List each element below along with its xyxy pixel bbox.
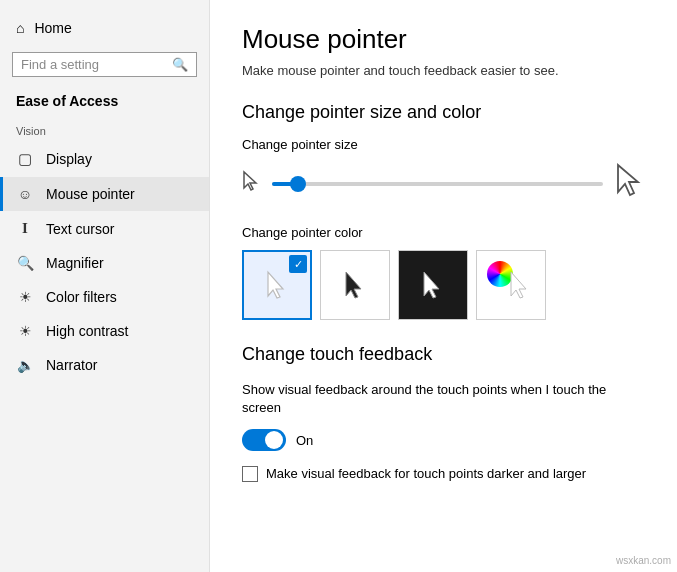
sidebar-item-label: High contrast xyxy=(46,323,128,339)
pointer-size-label: Change pointer size xyxy=(242,137,645,152)
darker-larger-label: Make visual feedback for touch points da… xyxy=(266,465,586,483)
search-box[interactable]: 🔍 xyxy=(12,52,197,77)
sidebar-item-color-filters[interactable]: ☀ Color filters xyxy=(0,280,209,314)
darker-larger-checkbox[interactable] xyxy=(242,466,258,482)
search-icon: 🔍 xyxy=(172,57,188,72)
touch-feedback-section-title: Change touch feedback xyxy=(242,344,645,365)
sidebar-item-high-contrast[interactable]: ☀ High contrast xyxy=(0,314,209,348)
page-subtitle: Make mouse pointer and touch feedback ea… xyxy=(242,63,645,78)
touch-feedback-toggle-row: On xyxy=(242,429,645,451)
selected-checkmark: ✓ xyxy=(289,255,307,273)
narrator-icon: 🔈 xyxy=(16,357,34,373)
toggle-on-label: On xyxy=(296,433,313,448)
color-filters-icon: ☀ xyxy=(16,289,34,305)
sidebar-item-mouse-pointer[interactable]: ☺ Mouse pointer xyxy=(0,177,209,211)
pointer-color-options: ✓ xyxy=(242,250,645,320)
sidebar: ⌂ Home 🔍 Ease of Access Vision ▢ Display… xyxy=(0,0,210,572)
sidebar-item-text-cursor[interactable]: I Text cursor xyxy=(0,211,209,246)
display-icon: ▢ xyxy=(16,150,34,168)
sidebar-item-display[interactable]: ▢ Display xyxy=(0,141,209,177)
toggle-knob xyxy=(265,431,283,449)
sidebar-item-label: Color filters xyxy=(46,289,117,305)
cursor-large-icon xyxy=(615,162,645,205)
sidebar-item-label: Text cursor xyxy=(46,221,114,237)
text-cursor-icon: I xyxy=(16,220,34,237)
home-label: Home xyxy=(34,20,71,36)
pointer-size-slider-row xyxy=(242,162,645,205)
pointer-color-label: Change pointer color xyxy=(242,225,645,240)
sidebar-item-label: Mouse pointer xyxy=(46,186,135,202)
watermark: wsxkan.com xyxy=(616,555,671,566)
magnifier-icon: 🔍 xyxy=(16,255,34,271)
sidebar-item-label: Narrator xyxy=(46,357,97,373)
page-title: Mouse pointer xyxy=(242,24,645,55)
cursor-small-icon xyxy=(242,170,260,197)
sidebar-item-label: Magnifier xyxy=(46,255,104,271)
sidebar-item-magnifier[interactable]: 🔍 Magnifier xyxy=(0,246,209,280)
touch-feedback-toggle[interactable] xyxy=(242,429,286,451)
search-input[interactable] xyxy=(21,57,166,72)
darker-larger-checkbox-row: Make visual feedback for touch points da… xyxy=(242,465,645,483)
sidebar-home-button[interactable]: ⌂ Home xyxy=(0,10,209,46)
high-contrast-icon: ☀ xyxy=(16,323,34,339)
touch-feedback-desc: Show visual feedback around the touch po… xyxy=(242,381,645,417)
ease-of-access-label: Ease of Access xyxy=(0,87,209,117)
pointer-size-thumb[interactable] xyxy=(290,176,306,192)
color-option-inverted[interactable] xyxy=(398,250,468,320)
main-content: Mouse pointer Make mouse pointer and tou… xyxy=(210,0,677,572)
color-option-white[interactable]: ✓ xyxy=(242,250,312,320)
sidebar-item-narrator[interactable]: 🔈 Narrator xyxy=(0,348,209,382)
home-icon: ⌂ xyxy=(16,20,24,36)
section-label: Vision xyxy=(0,117,209,141)
mouse-pointer-icon: ☺ xyxy=(16,186,34,202)
pointer-size-track[interactable] xyxy=(272,182,603,186)
color-option-custom[interactable] xyxy=(476,250,546,320)
pointer-size-section-title: Change pointer size and color xyxy=(242,102,645,123)
color-option-black[interactable] xyxy=(320,250,390,320)
sidebar-item-label: Display xyxy=(46,151,92,167)
